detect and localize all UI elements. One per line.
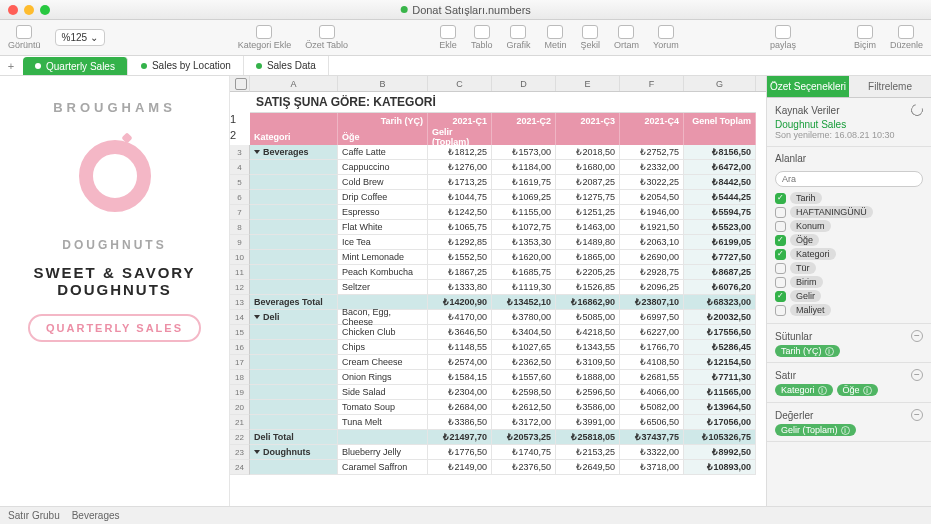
table-row[interactable]: 8Flat White₺1065,75₺1072,75₺1463,00₺1921… bbox=[230, 220, 766, 235]
table-row[interactable]: 16Chips₺1148,55₺1027,65₺1343,55₺1766,70₺… bbox=[230, 340, 766, 355]
field-toggle[interactable]: Birim bbox=[775, 275, 923, 289]
view-button[interactable]: Görüntü bbox=[8, 25, 41, 50]
field-toggle[interactable]: Gelir bbox=[775, 289, 923, 303]
share-button[interactable]: paylaş bbox=[770, 25, 796, 50]
quarterly-sales-button[interactable]: QUARTERLY SALES bbox=[28, 314, 201, 342]
brand-tagline-2: DOUGHNUTS bbox=[57, 281, 172, 298]
table-title[interactable]: SATIŞ ŞUNA GÖRE: KATEGORİ bbox=[250, 92, 756, 113]
table-row[interactable]: 17Cream Cheese₺2574,00₺2362,50₺3109,50₺4… bbox=[230, 355, 766, 370]
rows-heading: Satır bbox=[775, 370, 796, 381]
table-row[interactable]: 3BeveragesCaffe Latte₺1812,25₺1573,00₺20… bbox=[230, 145, 766, 160]
window-title: Donat Satışları.numbers bbox=[400, 4, 531, 16]
main-toolbar: Görüntü %125⌄ Büyüt/Küçült Kategori Ekle… bbox=[0, 20, 931, 56]
sheet-tabs: + Quarterly SalesSales by LocationSales … bbox=[0, 56, 931, 76]
table-button[interactable]: Tablo bbox=[471, 25, 493, 50]
minimize-window-icon[interactable] bbox=[24, 5, 34, 15]
source-name[interactable]: Doughnut Sales bbox=[775, 119, 923, 130]
table-row[interactable]: 18Onion Rings₺1584,15₺1557,60₺1888,00₺26… bbox=[230, 370, 766, 385]
field-toggle[interactable]: Tür bbox=[775, 261, 923, 275]
field-toggle[interactable]: Tarih bbox=[775, 191, 923, 205]
sheet-tab[interactable]: Sales by Location bbox=[129, 56, 244, 75]
table-row[interactable]: 11Peach Kombucha₺1867,25₺1685,75₺2205,25… bbox=[230, 265, 766, 280]
row-pill-category[interactable]: Kategorii bbox=[775, 384, 833, 396]
value-pill[interactable]: Gelir (Toplam)i bbox=[775, 424, 856, 436]
field-toggle[interactable]: Konum bbox=[775, 219, 923, 233]
select-all-corner[interactable] bbox=[230, 76, 250, 92]
date-header[interactable]: Tarih (YÇ) bbox=[338, 113, 428, 129]
field-toggle[interactable]: Kategori bbox=[775, 247, 923, 261]
row-group-label: Satır Grubu bbox=[8, 510, 60, 521]
zoom-select[interactable]: %125⌄ bbox=[55, 29, 106, 46]
field-toggle[interactable]: HAFTANINGÜNÜ bbox=[775, 205, 923, 219]
add-category-button[interactable]: Kategori Ekle bbox=[238, 25, 292, 50]
organize-button[interactable]: Düzenle bbox=[890, 25, 923, 50]
fields-search-input[interactable] bbox=[775, 171, 923, 187]
format-button[interactable]: Biçim bbox=[854, 25, 876, 50]
tab-pivot-options[interactable]: Özet Seçenekleri bbox=[767, 76, 849, 98]
fields-heading: Alanlar bbox=[775, 153, 923, 164]
sheet-tab[interactable]: Quarterly Sales bbox=[23, 57, 128, 75]
donut-icon bbox=[79, 140, 151, 212]
row-group-value: Beverages bbox=[72, 510, 120, 521]
chart-button[interactable]: Grafik bbox=[506, 25, 530, 50]
table-row[interactable]: 12Seltzer₺1333,80₺1119,30₺1526,85₺2096,2… bbox=[230, 280, 766, 295]
values-heading: Değerler bbox=[775, 410, 813, 421]
columns-heading: Sütunlar bbox=[775, 331, 812, 342]
comment-button[interactable]: Yorum bbox=[653, 25, 679, 50]
remove-icon[interactable]: − bbox=[911, 409, 923, 421]
chevron-down-icon: ⌄ bbox=[90, 32, 98, 43]
refresh-icon[interactable] bbox=[909, 102, 925, 118]
brand-logo: BROUGHAMSDOUGHNUTS bbox=[35, 96, 195, 256]
sidebar-canvas: BROUGHAMSDOUGHNUTS SWEET & SAVORY DOUGHN… bbox=[0, 76, 230, 506]
table-row[interactable]: 15Chicken Club₺3646,50₺3404,50₺4218,50₺6… bbox=[230, 325, 766, 340]
text-button[interactable]: Metin bbox=[544, 25, 566, 50]
table-row[interactable]: 24Caramel Saffron₺2149,00₺2376,50₺2649,5… bbox=[230, 460, 766, 475]
table-row[interactable]: 19Side Salad₺2304,00₺2598,50₺2596,50₺406… bbox=[230, 385, 766, 400]
window-titlebar: Donat Satışları.numbers bbox=[0, 0, 931, 20]
shape-button[interactable]: Şekil bbox=[580, 25, 600, 50]
table-row[interactable]: 10Mint Lemonade₺1552,50₺1620,00₺1865,00₺… bbox=[230, 250, 766, 265]
table-row[interactable]: 5Cold Brew₺1713,25₺1619,75₺2087,25₺3022,… bbox=[230, 175, 766, 190]
table-row[interactable]: 23DoughnutsBlueberry Jelly₺1776,50₺1740,… bbox=[230, 445, 766, 460]
status-bar: Satır Grubu Beverages bbox=[0, 506, 931, 524]
table-row[interactable]: 4Cappuccino₺1276,00₺1184,00₺1680,00₺2332… bbox=[230, 160, 766, 175]
remove-icon[interactable]: − bbox=[911, 369, 923, 381]
table-row[interactable]: 7Espresso₺1242,50₺1155,00₺1251,25₺1946,0… bbox=[230, 205, 766, 220]
table-row[interactable]: 14DeliBacon, Egg, Cheese₺4170,00₺3780,00… bbox=[230, 310, 766, 325]
column-headers[interactable]: AB CD EF G bbox=[230, 76, 766, 92]
table-row[interactable]: 6Drip Coffee₺1044,75₺1069,25₺1275,75₺205… bbox=[230, 190, 766, 205]
remove-icon[interactable]: − bbox=[911, 330, 923, 342]
add-sheet-button[interactable]: + bbox=[0, 56, 22, 75]
row-pill-item[interactable]: Öğei bbox=[837, 384, 878, 396]
fullscreen-window-icon[interactable] bbox=[40, 5, 50, 15]
last-updated-label: Son yenileme: 16.08.21 10:30 bbox=[775, 130, 923, 140]
close-window-icon[interactable] bbox=[8, 5, 18, 15]
field-toggle[interactable]: Öğe bbox=[775, 233, 923, 247]
media-button[interactable]: Ortam bbox=[614, 25, 639, 50]
tab-filter[interactable]: Filtreleme bbox=[849, 76, 931, 98]
field-toggle[interactable]: Maliyet bbox=[775, 303, 923, 317]
insert-button[interactable]: Ekle bbox=[439, 25, 457, 50]
table-row[interactable]: 22Deli Total₺21497,70₺20573,25₺25818,05₺… bbox=[230, 430, 766, 445]
inspector-panel: Özet Seçenekleri Filtreleme Kaynak Veril… bbox=[766, 76, 931, 506]
source-heading: Kaynak Veriler bbox=[775, 105, 839, 116]
pivot-table-button[interactable]: Özet Tablo bbox=[305, 25, 348, 50]
document-status-icon bbox=[400, 6, 407, 13]
spreadsheet-area[interactable]: AB CD EF G SATIŞ ŞUNA GÖRE: KATEGORİ 1 T… bbox=[230, 76, 766, 506]
table-row[interactable]: 21Tuna Melt₺3386,50₺3172,00₺3991,00₺6506… bbox=[230, 415, 766, 430]
table-row[interactable]: 20Tomato Soup₺2684,00₺2612,50₺3586,00₺50… bbox=[230, 400, 766, 415]
table-row[interactable]: 9Ice Tea₺1292,85₺1353,30₺1489,80₺2063,10… bbox=[230, 235, 766, 250]
column-pill[interactable]: Tarih (YÇ)i bbox=[775, 345, 840, 357]
sheet-tab[interactable]: Sales Data bbox=[244, 56, 329, 75]
brand-tagline: SWEET & SAVORY bbox=[33, 264, 195, 281]
table-row[interactable]: 13Beverages Total₺14200,90₺13452,10₺1686… bbox=[230, 295, 766, 310]
